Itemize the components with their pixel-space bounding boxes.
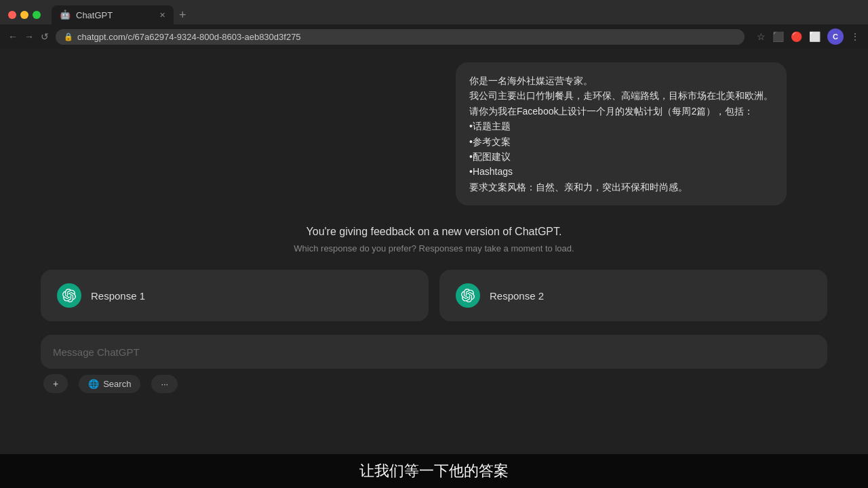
back-button[interactable]: ← bbox=[8, 31, 18, 42]
response-card-2[interactable]: Response 2 bbox=[439, 270, 827, 321]
more-options-icon[interactable]: ⋮ bbox=[850, 31, 860, 42]
extension2-icon[interactable]: 🔴 bbox=[791, 31, 802, 42]
tab-title: ChatGPT bbox=[76, 10, 113, 20]
main-content: 你是一名海外社媒运营专家。 我公司主要出口竹制餐具，走环保、高端路线，目标市场在… bbox=[0, 49, 868, 488]
message-line-4: •话题主题 bbox=[469, 119, 773, 134]
message-line-2: 我公司主要出口竹制餐具，走环保、高端路线，目标市场在北美和欧洲。 bbox=[469, 88, 773, 103]
message-line-5: •参考文案 bbox=[469, 134, 773, 149]
response-2-label: Response 2 bbox=[490, 290, 544, 302]
url-text: chatgpt.com/c/67a62974-9324-800d-8603-ae… bbox=[77, 32, 301, 42]
chatgpt-logo-2 bbox=[456, 283, 480, 308]
reload-button[interactable]: ↺ bbox=[41, 31, 49, 42]
message-placeholder: Message ChatGPT bbox=[53, 346, 140, 358]
input-area: Message ChatGPT + 🌐 Search ··· bbox=[0, 335, 868, 404]
active-tab[interactable]: 🤖 ChatGPT ✕ bbox=[52, 5, 174, 24]
tab-bar: 🤖 ChatGPT ✕ + bbox=[0, 0, 868, 24]
close-window-btn[interactable] bbox=[8, 11, 16, 19]
response-card-1[interactable]: Response 1 bbox=[41, 270, 429, 321]
extension3-icon[interactable]: ⬜ bbox=[809, 31, 821, 42]
avatar[interactable]: C bbox=[827, 28, 844, 45]
response-1-label: Response 1 bbox=[91, 290, 145, 302]
input-toolbar: + 🌐 Search ··· bbox=[41, 374, 827, 393]
feedback-subtitle: Which response do you prefer? Responses … bbox=[294, 243, 574, 253]
new-tab-button[interactable]: + bbox=[179, 8, 186, 22]
message-line-8: 要求文案风格：自然、亲和力，突出环保和时尚感。 bbox=[469, 180, 773, 195]
feedback-section: You're giving feedback on a new version … bbox=[294, 226, 574, 253]
bookmark-icon[interactable]: ☆ bbox=[757, 31, 766, 42]
response-cards: Response 1 Response 2 bbox=[0, 270, 868, 321]
user-message-bubble: 你是一名海外社媒运营专家。 我公司主要出口竹制餐具，走环保、高端路线，目标市场在… bbox=[456, 62, 787, 205]
message-line-1: 你是一名海外社媒运营专家。 bbox=[469, 73, 773, 88]
add-button[interactable]: + bbox=[43, 374, 68, 393]
lock-icon: 🔒 bbox=[64, 33, 73, 41]
add-icon: + bbox=[53, 378, 58, 389]
extension1-icon[interactable]: ⬛ bbox=[772, 31, 784, 42]
address-bar: ← → ↺ 🔒 chatgpt.com/c/67a62974-9324-800d… bbox=[0, 24, 868, 49]
window-controls bbox=[8, 11, 41, 19]
search-label: Search bbox=[103, 379, 131, 389]
chat-area: 你是一名海外社媒运营专家。 我公司主要出口竹制餐具，走环保、高端路线，目标市场在… bbox=[0, 49, 868, 488]
message-line-7: •Hashtags bbox=[469, 164, 773, 179]
message-line-6: •配图建议 bbox=[469, 149, 773, 164]
more-button[interactable]: ··· bbox=[151, 375, 178, 393]
more-icon: ··· bbox=[161, 379, 168, 389]
toolbar-icons: ☆ ⬛ 🔴 ⬜ C ⋮ bbox=[757, 28, 860, 45]
feedback-title: You're giving feedback on a new version … bbox=[294, 226, 574, 238]
maximize-window-btn[interactable] bbox=[33, 11, 41, 19]
message-input[interactable]: Message ChatGPT bbox=[41, 335, 827, 369]
tab-favicon-icon: 🤖 bbox=[60, 9, 71, 20]
tab-close-icon[interactable]: ✕ bbox=[159, 11, 165, 20]
browser-chrome: 🤖 ChatGPT ✕ + ← → ↺ 🔒 chatgpt.com/c/67a6… bbox=[0, 0, 868, 49]
forward-button[interactable]: → bbox=[24, 31, 34, 42]
globe-icon: 🌐 bbox=[88, 379, 99, 389]
chatgpt-logo-1 bbox=[57, 283, 81, 308]
subtitle-overlay: 让我们等一下他的答案 bbox=[0, 454, 868, 488]
minimize-window-btn[interactable] bbox=[20, 11, 28, 19]
message-wrapper: 你是一名海外社媒运营专家。 我公司主要出口竹制餐具，走环保、高端路线，目标市场在… bbox=[0, 62, 868, 226]
search-button[interactable]: 🌐 Search bbox=[79, 375, 140, 393]
message-line-3: 请你为我在Facebook上设计一个月的发帖计划（每周2篇），包括： bbox=[469, 104, 773, 119]
subtitle-text: 让我们等一下他的答案 bbox=[359, 462, 509, 479]
url-bar[interactable]: 🔒 chatgpt.com/c/67a62974-9324-800d-8603-… bbox=[56, 29, 745, 45]
